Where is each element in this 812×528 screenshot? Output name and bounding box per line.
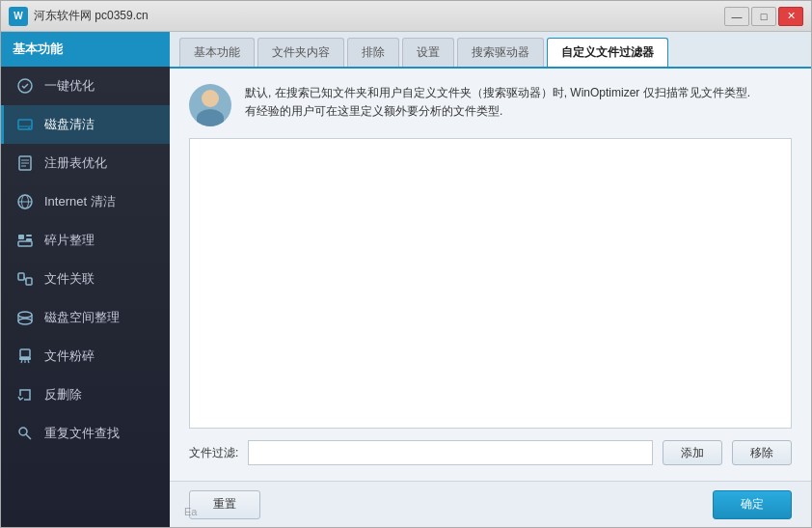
- filter-label: 文件过滤:: [189, 445, 238, 461]
- svg-rect-22: [20, 349, 30, 357]
- filter-row: 文件过滤: 添加 移除: [189, 440, 792, 465]
- tab-wenjianneirong[interactable]: 文件夹内容: [257, 38, 344, 67]
- sidebar-item-cipankjian[interactable]: 磁盘空间整理: [1, 298, 170, 337]
- sidebar-item-internet[interactable]: Internet 清洁: [1, 182, 170, 221]
- filter-input[interactable]: [248, 440, 653, 465]
- sidebar-item-cipan[interactable]: 磁盘清洁: [1, 105, 170, 144]
- disk-space-icon: [15, 308, 35, 327]
- tab-jiben[interactable]: 基本功能: [179, 38, 255, 67]
- filter-list: [189, 138, 792, 429]
- svg-point-21: [18, 312, 32, 318]
- svg-point-3: [28, 127, 30, 129]
- content-area: 基本功能 一键优化 磁盘清洁 注册表优化: [1, 32, 811, 527]
- tab-zidingyi[interactable]: 自定义文件过滤器: [547, 38, 668, 67]
- tabs-bar: 基本功能 文件夹内容 排除 设置 搜索驱动器 自定义文件过滤器: [170, 32, 811, 69]
- sidebar-item-label: 文件粉碎: [44, 347, 95, 365]
- svg-rect-16: [26, 278, 32, 285]
- svg-rect-11: [18, 235, 24, 239]
- sidebar-item-suipian[interactable]: 碎片整理: [1, 221, 170, 260]
- sidebar-item-label: 磁盘清洁: [44, 116, 95, 133]
- panel-footer: 重置 确定: [170, 481, 811, 527]
- tab-paichu[interactable]: 排除: [347, 38, 399, 67]
- panel-body: 默认, 在搜索已知文件夹和用户自定义文件夹（搜索驱动器）时, WinOptimi…: [170, 69, 811, 481]
- svg-rect-1: [18, 120, 32, 129]
- close-button[interactable]: ✕: [778, 7, 803, 26]
- sidebar-item-label: 一键优化: [44, 77, 95, 95]
- confirm-button[interactable]: 确定: [713, 490, 792, 519]
- maximize-button[interactable]: □: [751, 7, 776, 26]
- svg-rect-15: [18, 273, 24, 280]
- main-panel: 基本功能 文件夹内容 排除 设置 搜索驱动器 自定义文件过滤器: [170, 32, 811, 527]
- minimize-button[interactable]: —: [724, 7, 749, 26]
- sidebar-item-label: 重复文件查找: [44, 425, 120, 442]
- svg-point-18: [18, 319, 32, 324]
- duplicate-find-icon: [15, 424, 35, 443]
- sidebar-item-label: Internet 清洁: [44, 193, 116, 210]
- sidebar-item-label: 碎片整理: [44, 232, 95, 249]
- svg-rect-14: [18, 241, 32, 246]
- sidebar-item-zhucebiao[interactable]: 注册表优化: [1, 144, 170, 182]
- title-bar-text: 河东软件网 pc0359.cn: [34, 8, 724, 24]
- svg-rect-12: [26, 235, 32, 236]
- file-assoc-icon: [15, 269, 35, 289]
- svg-line-28: [26, 434, 31, 439]
- undelete-icon: [15, 385, 35, 404]
- svg-point-27: [19, 428, 27, 435]
- defrag-icon: [15, 231, 35, 250]
- sidebar-header-label: 基本功能: [13, 41, 63, 58]
- svg-rect-23: [19, 357, 31, 360]
- internet-icon: [15, 192, 35, 211]
- avatar: [189, 84, 231, 126]
- sidebar-item-wenjianguanlian[interactable]: 文件关联: [1, 260, 170, 298]
- sidebar-item-fanshanchu[interactable]: 反删除: [1, 375, 170, 414]
- tab-sousuoqudongqi[interactable]: 搜索驱动器: [457, 38, 544, 67]
- disk-clean-icon: [15, 115, 35, 134]
- sidebar-item-label: 反删除: [44, 386, 82, 403]
- app-logo: W: [9, 7, 28, 26]
- sidebar-item-yijian[interactable]: 一键优化: [1, 67, 170, 105]
- shred-icon: [15, 347, 35, 366]
- description-row: 默认, 在搜索已知文件夹和用户自定义文件夹（搜索驱动器）时, WinOptimi…: [189, 84, 792, 126]
- svg-line-26: [28, 360, 29, 363]
- registry-icon: [15, 153, 35, 173]
- tab-shezhi[interactable]: 设置: [402, 38, 454, 67]
- sidebar: 基本功能 一键优化 磁盘清洁 注册表优化: [1, 32, 170, 527]
- reset-button[interactable]: 重置: [189, 490, 260, 519]
- title-bar: W 河东软件网 pc0359.cn — □ ✕: [1, 1, 811, 32]
- sidebar-item-label: 文件关联: [44, 270, 95, 288]
- optimize-icon: [15, 76, 35, 96]
- sidebar-item-label: 磁盘空间整理: [44, 309, 120, 326]
- description-text: 默认, 在搜索已知文件夹和用户自定义文件夹（搜索驱动器）时, WinOptimi…: [245, 84, 750, 121]
- remove-button[interactable]: 移除: [732, 440, 792, 465]
- app-window: W 河东软件网 pc0359.cn — □ ✕ 基本功能 一键优化: [0, 0, 812, 528]
- add-button[interactable]: 添加: [663, 440, 722, 465]
- window-controls: — □ ✕: [724, 7, 803, 26]
- sidebar-header: 基本功能: [1, 32, 170, 67]
- sidebar-item-chongfuwenjian[interactable]: 重复文件查找: [1, 414, 170, 453]
- sidebar-item-label: 注册表优化: [44, 154, 107, 172]
- svg-line-24: [21, 360, 22, 363]
- sidebar-item-wenjiansusui[interactable]: 文件粉碎: [1, 337, 170, 375]
